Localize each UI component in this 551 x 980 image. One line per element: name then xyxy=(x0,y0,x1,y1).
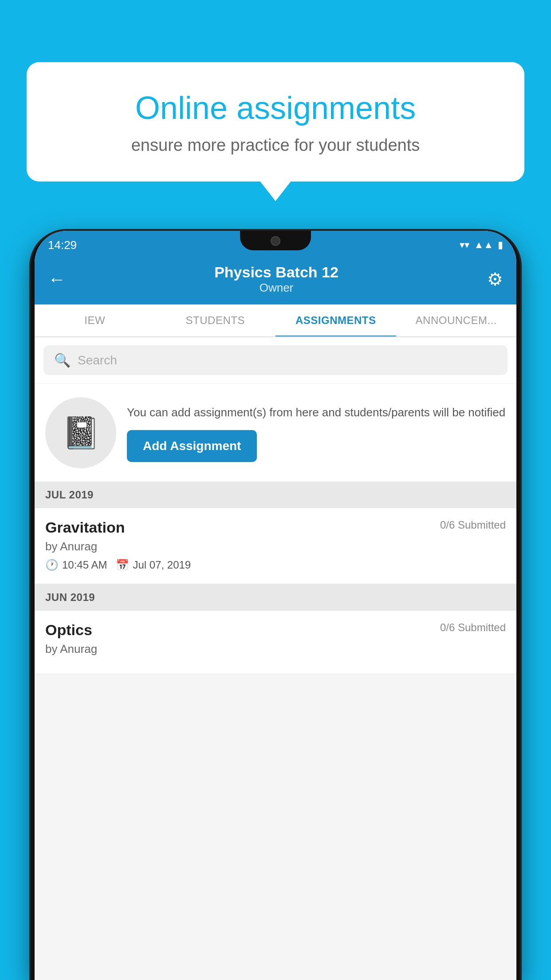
empty-state-content: You can add assignment(s) from here and … xyxy=(127,404,506,462)
section-month-jun: JUN 2019 xyxy=(45,591,95,603)
assignment-submitted-gravitation: 0/6 Submitted xyxy=(440,519,506,531)
bubble-subtitle: ensure more practice for your students xyxy=(58,136,493,155)
battery-icon: ▮ xyxy=(498,239,503,251)
front-camera xyxy=(271,236,280,246)
back-button[interactable]: ← xyxy=(48,269,66,289)
phone-screen: 14:29 ▾▾ ▲▲ ▮ ← Physics Batch 12 Owner ⚙… xyxy=(35,231,516,980)
section-header-jun: JUN 2019 xyxy=(35,584,516,611)
phone-frame: 14:29 ▾▾ ▲▲ ▮ ← Physics Batch 12 Owner ⚙… xyxy=(31,231,520,980)
header-subtitle: Owner xyxy=(214,281,338,295)
wifi-icon: ▾▾ xyxy=(460,239,469,251)
status-time: 14:29 xyxy=(48,238,77,252)
search-placeholder: Search xyxy=(78,353,117,368)
assignment-author-gravitation: by Anurag xyxy=(45,540,506,553)
settings-icon[interactable]: ⚙ xyxy=(487,269,503,289)
assignment-time-gravitation: 🕐 10:45 AM xyxy=(45,559,107,571)
search-bar-wrap: 🔍 Search xyxy=(35,337,516,383)
assignment-item-optics[interactable]: Optics 0/6 Submitted by Anurag xyxy=(35,611,516,674)
header-title-block: Physics Batch 12 Owner xyxy=(214,264,338,295)
signal-icon: ▲▲ xyxy=(474,239,493,251)
status-icons: ▾▾ ▲▲ ▮ xyxy=(460,239,503,251)
section-header-jul: JUL 2019 xyxy=(35,482,516,508)
assignment-item-gravitation[interactable]: Gravitation 0/6 Submitted by Anurag 🕐 10… xyxy=(35,508,516,584)
assignment-name-optics: Optics xyxy=(45,621,92,639)
phone-notch xyxy=(240,231,311,250)
assignment-submitted-optics: 0/6 Submitted xyxy=(440,621,506,634)
section-month-jul: JUL 2019 xyxy=(45,489,94,501)
tab-students[interactable]: STUDENTS xyxy=(155,304,276,336)
tab-assignments[interactable]: ASSIGNMENTS xyxy=(276,304,396,336)
tab-iew[interactable]: IEW xyxy=(35,304,155,336)
speech-bubble: Online assignments ensure more practice … xyxy=(27,62,524,182)
assignment-meta-gravitation: 🕐 10:45 AM 📅 Jul 07, 2019 xyxy=(45,559,506,571)
search-icon: 🔍 xyxy=(54,352,71,368)
date-text-gravitation: Jul 07, 2019 xyxy=(133,559,191,571)
speech-bubble-container: Online assignments ensure more practice … xyxy=(27,62,524,182)
tab-announcements[interactable]: ANNOUNCEM... xyxy=(396,304,517,336)
calendar-icon: 📅 xyxy=(116,559,129,571)
bubble-title: Online assignments xyxy=(58,89,493,127)
header-title: Physics Batch 12 xyxy=(214,264,338,281)
assignment-row-top: Gravitation 0/6 Submitted xyxy=(45,519,506,536)
app-header: ← Physics Batch 12 Owner ⚙ xyxy=(35,256,516,304)
assignment-author-optics: by Anurag xyxy=(45,642,506,656)
tab-bar: IEW STUDENTS ASSIGNMENTS ANNOUNCEM... xyxy=(35,304,516,337)
add-assignment-button[interactable]: Add Assignment xyxy=(127,430,257,462)
assignment-name-gravitation: Gravitation xyxy=(45,519,125,536)
time-text-gravitation: 10:45 AM xyxy=(62,559,107,571)
search-bar[interactable]: 🔍 Search xyxy=(43,345,508,375)
assignment-row-top-optics: Optics 0/6 Submitted xyxy=(45,621,506,639)
empty-state: 📓 You can add assignment(s) from here an… xyxy=(35,384,516,482)
clock-icon: 🕐 xyxy=(45,559,59,571)
assignment-illustration: 📓 xyxy=(45,397,116,468)
notebook-icon: 📓 xyxy=(62,415,100,451)
empty-state-description: You can add assignment(s) from here and … xyxy=(127,404,506,421)
assignment-date-gravitation: 📅 Jul 07, 2019 xyxy=(116,559,191,571)
content-area: 🔍 Search 📓 You can add assignment(s) fro… xyxy=(35,337,516,674)
